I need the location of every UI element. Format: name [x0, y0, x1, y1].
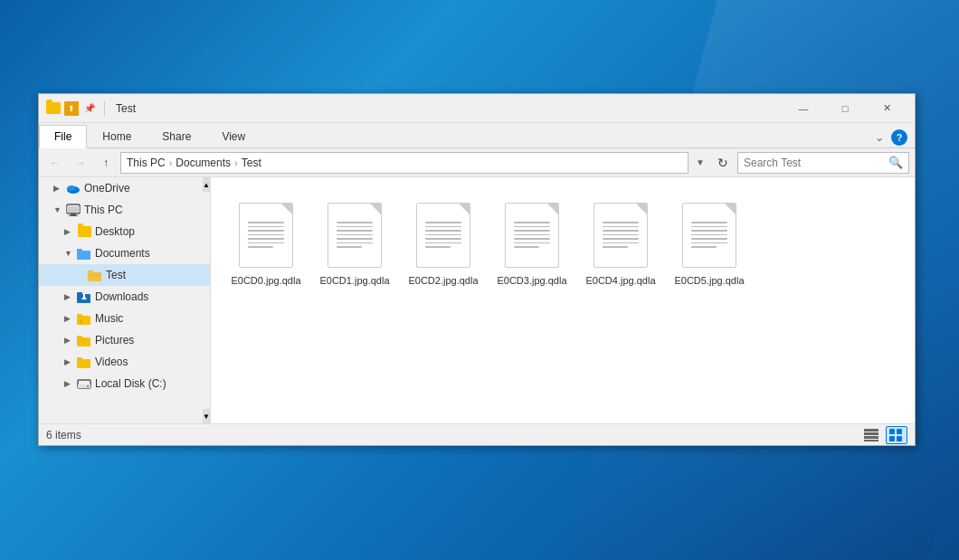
test-folder-icon	[88, 268, 102, 282]
sidebar-label-pictures: Pictures	[95, 334, 134, 346]
explorer-window: ⬆ 📌 Test — □ ✕ File Home Share View ⌄ ? …	[38, 93, 916, 446]
sidebar-item-documents[interactable]: ▼ Documents	[39, 242, 210, 264]
path-test[interactable]: Test	[242, 157, 261, 169]
up-button[interactable]: ↑	[95, 152, 117, 174]
sidebar-item-desktop[interactable]: ▶ Desktop	[39, 221, 210, 242]
file-icon-container	[500, 199, 564, 271]
videos-icon	[77, 355, 91, 369]
path-sep-1: ›	[169, 157, 173, 168]
file-item-0[interactable]: E0CD0.jpg.qdla	[225, 192, 307, 294]
sidebar-label-test: Test	[106, 269, 126, 281]
sidebar-item-local-disk[interactable]: ▶ Local Disk (C:)	[39, 373, 210, 394]
large-icons-view-button[interactable]	[886, 426, 907, 444]
file-icon	[239, 203, 293, 268]
local-disk-arrow: ▶	[64, 379, 75, 388]
sidebar-label-desktop: Desktop	[95, 225, 135, 238]
file-item-5[interactable]: E0CD5.jpg.qdla	[669, 192, 750, 294]
path-this-pc[interactable]: This PC	[127, 157, 166, 169]
sidebar-scroll-up[interactable]: ▲	[203, 177, 210, 192]
file-item-1[interactable]: E0CD1.jpg.qdla	[314, 192, 395, 294]
sidebar-item-music[interactable]: ▶ ♪ Music	[39, 308, 210, 329]
item-count: 6 items	[46, 429, 81, 441]
file-name: E0CD5.jpg.qdla	[674, 275, 744, 287]
tab-home[interactable]: Home	[87, 124, 147, 147]
file-icon	[328, 203, 382, 268]
sidebar-item-videos[interactable]: ▶ Videos	[39, 351, 210, 373]
svg-rect-28	[864, 440, 878, 441]
address-right: ↻	[712, 152, 734, 174]
svg-rect-31	[889, 436, 895, 441]
file-item-2[interactable]: E0CD2.jpg.qdla	[403, 192, 484, 294]
search-icon[interactable]: 🔍	[888, 156, 903, 169]
sidebar-label-local-disk: Local Disk (C:)	[95, 377, 166, 390]
file-name: E0CD3.jpg.qdla	[497, 275, 566, 287]
this-pc-icon	[66, 203, 81, 217]
address-dropdown-icon[interactable]: ▼	[692, 152, 708, 174]
main-area: ▲ ▶ OneDrive ▼ This PC ▶ D	[39, 177, 915, 423]
svg-rect-27	[864, 436, 878, 439]
path-sep-2: ›	[234, 157, 238, 168]
svg-rect-7	[77, 249, 82, 252]
svg-rect-32	[897, 436, 902, 441]
videos-arrow: ▶	[64, 357, 75, 366]
svg-rect-26	[864, 432, 878, 435]
path-documents[interactable]: Documents	[176, 157, 231, 169]
file-icon	[682, 203, 736, 268]
sidebar-label-downloads: Downloads	[95, 290, 148, 303]
file-icon-container	[589, 199, 652, 271]
address-path[interactable]: This PC › Documents › Test	[120, 152, 688, 174]
ribbon-help-button[interactable]: ?	[891, 129, 907, 146]
pictures-arrow: ▶	[64, 336, 75, 345]
file-lines	[337, 222, 373, 251]
onedrive-arrow: ▶	[53, 184, 64, 193]
title-separator	[104, 101, 105, 116]
window-folder-icon	[46, 102, 61, 114]
svg-rect-4	[71, 214, 76, 215]
svg-rect-25	[864, 429, 878, 432]
svg-rect-29	[889, 429, 895, 434]
back-button[interactable]: ←	[44, 152, 66, 174]
sidebar: ▲ ▶ OneDrive ▼ This PC ▶ D	[39, 177, 211, 423]
ribbon: File Home Share View ⌄ ?	[39, 123, 915, 148]
tab-file[interactable]: File	[39, 125, 87, 148]
sidebar-item-this-pc[interactable]: ▼ This PC	[39, 199, 210, 221]
sidebar-scroll-down[interactable]: ▼	[203, 409, 210, 423]
file-name: E0CD0.jpg.qdla	[231, 275, 300, 287]
sidebar-item-downloads[interactable]: ▶ Downloads	[39, 286, 210, 308]
sidebar-item-test[interactable]: Test	[39, 264, 210, 286]
search-input[interactable]	[744, 157, 888, 169]
title-bar-icons: ⬆ 📌	[46, 101, 109, 116]
sidebar-item-pictures[interactable]: ▶ Pictures	[39, 329, 210, 351]
tab-share[interactable]: Share	[147, 124, 206, 147]
downloads-icon	[77, 289, 91, 304]
tab-view[interactable]: View	[206, 124, 261, 147]
forward-button[interactable]: →	[70, 152, 91, 174]
file-lines	[425, 222, 461, 251]
file-item-4[interactable]: E0CD4.jpg.qdla	[580, 192, 661, 294]
file-icon-container	[678, 199, 741, 271]
file-item-3[interactable]: E0CD3.jpg.qdla	[491, 192, 573, 294]
address-bar: ← → ↑ This PC › Documents › Test ▼ ↻ 🔍	[39, 148, 915, 177]
close-button[interactable]: ✕	[866, 94, 907, 123]
svg-rect-3	[67, 206, 80, 213]
ribbon-extras: ⌄ ?	[871, 128, 915, 147]
desktop-arrow: ▶	[64, 227, 75, 236]
status-bar: 6 items	[39, 423, 915, 445]
sidebar-item-onedrive[interactable]: ▶ OneDrive	[39, 177, 210, 199]
sidebar-label-music: Music	[95, 312, 123, 325]
svg-rect-5	[69, 215, 78, 216]
details-view-button[interactable]	[860, 426, 882, 444]
file-icon	[505, 203, 559, 268]
desktop-folder-icon	[77, 224, 91, 239]
documents-folder-icon	[77, 246, 91, 261]
ribbon-collapse-icon[interactable]: ⌄	[871, 128, 888, 147]
window-controls: — □ ✕	[783, 94, 907, 123]
file-lines	[691, 222, 727, 251]
svg-rect-30	[897, 429, 902, 434]
minimize-button[interactable]: —	[783, 94, 824, 123]
svg-rect-9	[88, 271, 93, 274]
music-arrow: ▶	[64, 314, 75, 323]
maximize-button[interactable]: □	[824, 94, 866, 123]
search-box[interactable]: 🔍	[737, 152, 909, 174]
refresh-button[interactable]: ↻	[712, 152, 734, 174]
